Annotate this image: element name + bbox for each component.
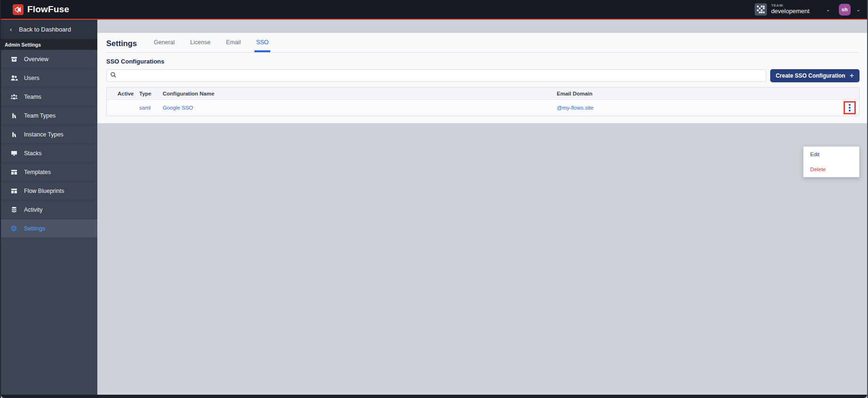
tab-license[interactable]: License (190, 39, 211, 48)
main-content: Settings General License Email SSO SSO C… (97, 20, 867, 395)
user-avatar[interactable]: sh (839, 4, 851, 16)
tab-sso[interactable]: SSO (256, 39, 268, 48)
sidebar-item-label: Settings (24, 225, 45, 232)
database-icon (10, 206, 18, 214)
archive-icon (10, 55, 18, 63)
row-context-menu: Edit Delete (803, 146, 860, 177)
cell-configuration-name[interactable]: Google SSO (163, 105, 557, 111)
sso-configurations-table: Active Type Configuration Name Email Dom… (106, 87, 860, 116)
pipelines-icon (10, 130, 18, 138)
sidebar-item-label: Flow Blueprints (24, 188, 64, 194)
create-sso-configuration-label: Create SSO Configuration (776, 72, 845, 79)
sidebar-item-flow-blueprints[interactable]: Flow Blueprints (1, 182, 97, 200)
search-icon (110, 72, 117, 80)
back-chevron-left-icon: ‹ (10, 26, 12, 33)
sidebar-item-teams[interactable]: Teams (1, 88, 97, 106)
back-to-dashboard-label: Back to Dashboard (19, 26, 71, 33)
top-header: FlowFuse TEAM: developement ⌄ (1, 0, 867, 20)
sso-configurations-title: SSO Configurations (106, 58, 860, 65)
monitor-icon (10, 149, 18, 157)
flowfuse-logo-icon (13, 4, 24, 15)
sidebar-item-stacks[interactable]: Stacks (1, 144, 97, 163)
page-title: Settings (106, 39, 137, 48)
brand[interactable]: FlowFuse (13, 4, 69, 15)
sidebar-item-users[interactable]: Users (1, 69, 97, 88)
team-chevron-down-icon[interactable]: ⌄ (826, 7, 830, 13)
sidebar-item-label: Users (24, 75, 39, 81)
team-selector[interactable]: TEAM: developement ⌄ (755, 3, 830, 16)
sidebar-item-settings[interactable]: ⚙ Settings (1, 219, 97, 238)
sidebar-item-activity[interactable]: Activity (1, 200, 97, 219)
cell-email-domain[interactable]: @my-flows.site (557, 105, 836, 111)
team-name: developement (771, 8, 810, 15)
settings-panel: Settings General License Email SSO SSO C… (97, 33, 867, 123)
header-right: TEAM: developement ⌄ sh ⌄ (755, 3, 860, 16)
column-header-configuration-name: Configuration Name (163, 91, 557, 96)
window-bottom-edge (1, 395, 867, 398)
column-header-email-domain: Email Domain (557, 91, 836, 96)
sidebar-item-instance-types[interactable]: Instance Types (1, 125, 97, 144)
controls-row: Create SSO Configuration + (106, 69, 860, 82)
sidebar-item-overview[interactable]: Overview (1, 50, 97, 69)
sidebar-item-templates[interactable]: Templates (1, 163, 97, 182)
pipelines-icon (10, 111, 18, 119)
team-avatar-icon (755, 3, 767, 16)
panel-header: Settings General License Email SSO (106, 39, 860, 53)
sidebar-item-label: Activity (24, 207, 43, 213)
back-to-dashboard-link[interactable]: ‹ Back to Dashboard (1, 20, 97, 39)
kebab-menu-icon[interactable] (849, 104, 851, 111)
menu-item-edit[interactable]: Edit (804, 147, 859, 162)
layout-grid-icon (10, 168, 18, 176)
plus-icon: + (850, 72, 854, 80)
sidebar-item-label: Stacks (24, 150, 42, 157)
sidebar-item-label: Templates (24, 169, 51, 175)
table-header-row: Active Type Configuration Name Email Dom… (107, 88, 859, 99)
sidebar-item-label: Teams (24, 94, 41, 100)
search-box[interactable] (106, 69, 766, 82)
settings-tabs: General License Email SSO (154, 39, 268, 48)
table-row[interactable]: saml Google SSO @my-flows.site (107, 99, 859, 116)
tab-general[interactable]: General (154, 39, 174, 48)
layout-grid-icon (10, 187, 18, 195)
user-chevron-down-icon[interactable]: ⌄ (856, 7, 860, 13)
search-input[interactable] (119, 70, 766, 81)
sidebar-item-label: Instance Types (24, 131, 63, 138)
admin-settings-section-label: Admin Settings (1, 39, 97, 50)
sidebar-item-label: Team Types (24, 112, 55, 119)
column-header-type: Type (139, 91, 163, 96)
sidebar-item-label: Overview (24, 56, 48, 63)
sidebar-item-team-types[interactable]: Team Types (1, 106, 97, 125)
teams-icon (10, 93, 18, 101)
cell-type[interactable]: saml (139, 105, 163, 111)
sidebar: ‹ Back to Dashboard Admin Settings Overv… (1, 20, 97, 395)
column-header-active: Active (107, 91, 139, 96)
brand-name: FlowFuse (27, 4, 69, 15)
users-icon (10, 74, 18, 82)
annotation-highlight-box (844, 101, 856, 114)
user-menu[interactable]: sh ⌄ (839, 4, 860, 16)
tab-email[interactable]: Email (226, 39, 241, 48)
menu-item-delete[interactable]: Delete (804, 162, 859, 177)
create-sso-configuration-button[interactable]: Create SSO Configuration + (770, 69, 860, 82)
gear-icon: ⚙ (10, 224, 18, 232)
